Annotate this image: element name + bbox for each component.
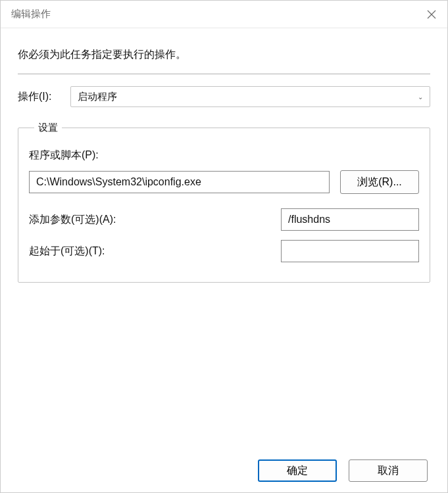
instruction-text: 你必须为此任务指定要执行的操作。 [18, 48, 430, 62]
dialog-button-row: 确定 取消 [18, 459, 430, 482]
dialog-title: 编辑操作 [11, 8, 51, 20]
cancel-button[interactable]: 取消 [349, 459, 428, 482]
program-label: 程序或脚本(P): [29, 149, 99, 160]
spacer [18, 283, 430, 450]
startin-label: 起始于(可选)(T): [29, 245, 268, 258]
dialog-content: 你必须为此任务指定要执行的操作。 操作(I): 启动程序 ⌄ 设置 程序或脚本(… [1, 28, 447, 492]
close-button[interactable] [416, 1, 447, 28]
program-input[interactable] [29, 171, 330, 193]
action-label: 操作(I): [18, 90, 59, 104]
titlebar: 编辑操作 [1, 1, 447, 28]
settings-legend: 设置 [34, 122, 62, 134]
settings-fieldset: 设置 程序或脚本(P): 浏览(R)... 添加参数(可选)(A): 起始于(可… [18, 122, 430, 283]
close-icon [427, 10, 436, 19]
arguments-label: 添加参数(可选)(A): [29, 213, 268, 227]
action-select-value: 启动程序 [78, 91, 117, 103]
chevron-down-icon: ⌄ [418, 93, 423, 101]
startin-input[interactable] [281, 240, 419, 262]
divider [18, 74, 430, 74]
arguments-input[interactable] [281, 208, 419, 231]
ok-button[interactable]: 确定 [258, 459, 337, 482]
action-row: 操作(I): 启动程序 ⌄ [18, 86, 430, 107]
action-select[interactable]: 启动程序 ⌄ [70, 86, 430, 107]
browse-button[interactable]: 浏览(R)... [340, 170, 419, 194]
